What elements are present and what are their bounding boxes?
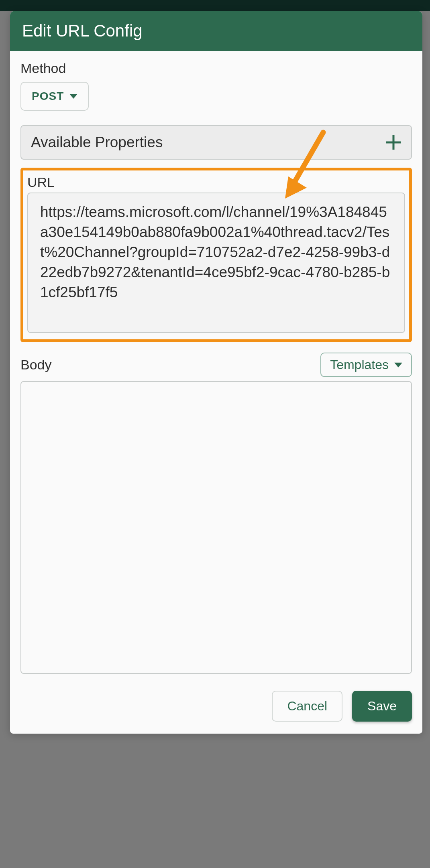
- chevron-down-icon: [394, 363, 402, 367]
- available-properties-panel[interactable]: Available Properties: [20, 125, 412, 160]
- modal-title: Edit URL Config: [10, 11, 422, 51]
- url-input[interactable]: [27, 193, 405, 333]
- url-highlight-annotation: URL: [20, 168, 412, 342]
- cancel-button[interactable]: Cancel: [272, 691, 342, 722]
- method-label: Method: [20, 61, 412, 76]
- body-section: Body Templates: [20, 353, 412, 675]
- modal-body: Method POST Available Properties URL Bod…: [10, 51, 422, 734]
- method-value: POST: [32, 90, 64, 103]
- url-label: URL: [27, 174, 405, 190]
- modal-footer: Cancel Save: [20, 691, 412, 722]
- available-properties-label: Available Properties: [31, 134, 163, 151]
- chevron-down-icon: [69, 94, 77, 99]
- plus-icon[interactable]: [385, 134, 401, 150]
- method-select[interactable]: POST: [20, 82, 89, 111]
- save-button[interactable]: Save: [352, 691, 412, 722]
- body-input[interactable]: [20, 381, 412, 674]
- templates-button-label: Templates: [330, 357, 389, 372]
- app-top-bar: [0, 0, 430, 11]
- body-label: Body: [20, 357, 52, 373]
- edit-url-config-modal: Edit URL Config Method POST Available Pr…: [10, 11, 422, 734]
- templates-button[interactable]: Templates: [320, 353, 412, 377]
